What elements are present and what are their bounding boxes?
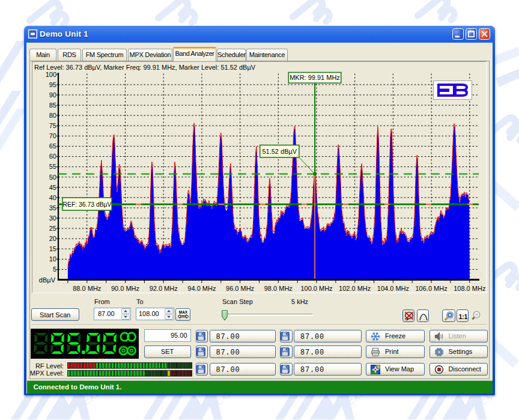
svg-text:104.0 MHz: 104.0 MHz [377, 285, 409, 292]
svg-text:70: 70 [49, 132, 56, 139]
svg-text:5: 5 [53, 266, 56, 273]
svg-text:90.0 MHz: 90.0 MHz [111, 285, 139, 292]
svg-text:15: 15 [49, 245, 56, 252]
svg-text:10: 10 [49, 255, 56, 263]
svg-text:80: 80 [49, 112, 56, 119]
svg-text:MKR: 99.91 MHz: MKR: 99.91 MHz [290, 74, 340, 81]
svg-text:98.0 MHz: 98.0 MHz [264, 285, 293, 292]
svg-text:108.0 MHz: 108.0 MHz [454, 285, 485, 292]
svg-text:95: 95 [49, 81, 56, 88]
svg-text:Ref Level: 36.73 dBµV, Marker: Ref Level: 36.73 dBµV, Marker Freq: 99.9… [34, 64, 256, 71]
svg-text:55: 55 [49, 163, 56, 170]
svg-text:25: 25 [49, 225, 56, 232]
svg-text:60: 60 [49, 153, 56, 160]
svg-text:94.0 MHz: 94.0 MHz [187, 285, 216, 292]
svg-text:90: 90 [49, 91, 56, 99]
svg-text:65: 65 [49, 142, 56, 150]
svg-text:50: 50 [49, 174, 56, 181]
svg-text:51.52 dBµV: 51.52 dBµV [262, 148, 297, 155]
svg-text:40: 40 [49, 194, 56, 201]
svg-text:1:1: 1:1 [458, 314, 467, 320]
svg-text:102.0 MHz: 102.0 MHz [339, 285, 371, 292]
svg-text:REF: 36.73 dBµV: REF: 36.73 dBµV [62, 201, 111, 208]
svg-text:92.0 MHz: 92.0 MHz [150, 285, 178, 292]
svg-text:45: 45 [49, 184, 56, 191]
svg-text:dBµV: dBµV [39, 276, 56, 284]
svg-text:106.0 MHz: 106.0 MHz [415, 285, 447, 292]
svg-text:100: 100 [46, 71, 56, 78]
svg-text:MAX: MAX [178, 309, 187, 314]
svg-text:88.0 MHz: 88.0 MHz [73, 285, 101, 292]
svg-text:75: 75 [49, 122, 56, 129]
svg-text:20: 20 [49, 235, 56, 242]
svg-text:30: 30 [49, 215, 56, 222]
svg-text:100.0 MHz: 100.0 MHz [300, 285, 332, 292]
svg-text:85: 85 [49, 102, 56, 109]
svg-text:35: 35 [49, 204, 56, 212]
svg-text:96.0 MHz: 96.0 MHz [226, 285, 254, 292]
